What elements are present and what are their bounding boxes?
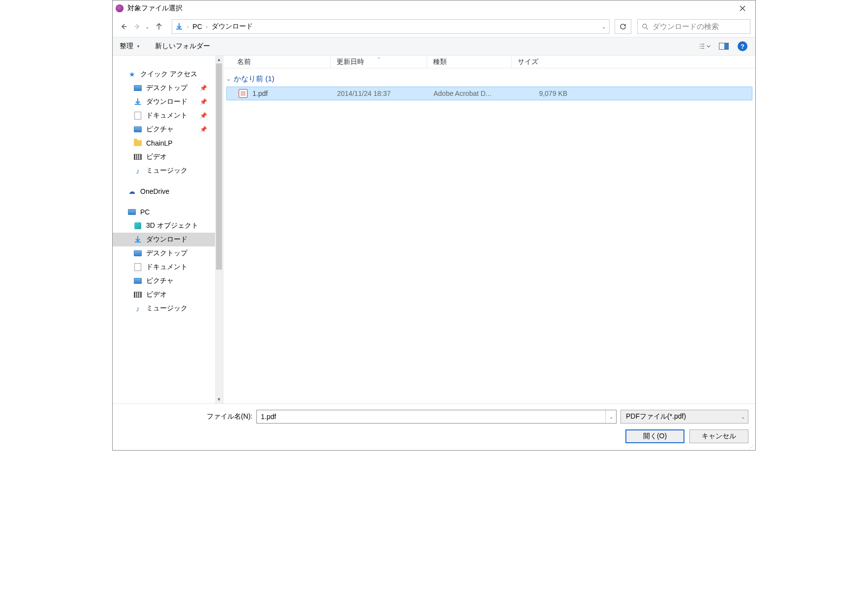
preview-pane-button[interactable] [718, 40, 730, 52]
arrow-right-icon [134, 23, 141, 30]
sidebar-item-downloads[interactable]: ダウンロード📌 [113, 95, 215, 109]
file-type-filter-label: PDFファイル(*.pdf) [626, 412, 686, 421]
downloads-folder-icon [173, 21, 185, 32]
sidebar-item-pictures[interactable]: ピクチャ📌 [113, 122, 215, 136]
navigation-tree: ★ クイック アクセス デスクトップ📌 ダウンロード📌 ドキュメント📌 ピクチャ… [113, 56, 215, 403]
chevron-down-icon: ⌄ [226, 76, 231, 82]
window-title: 対象ファイル選択 [127, 4, 733, 13]
file-date: 2014/11/24 18:37 [331, 90, 428, 97]
file-kind: Adobe Acrobat D... [428, 90, 512, 97]
video-icon [134, 154, 142, 160]
sidebar-item-documents[interactable]: ドキュメント📌 [113, 109, 215, 122]
scroll-up-arrow[interactable]: ▲ [215, 56, 223, 63]
view-options-icon [699, 42, 711, 50]
pin-icon: 📌 [200, 112, 211, 119]
column-headers: 名前 ⌄更新日時 種類 サイズ [223, 56, 755, 68]
group-header[interactable]: ⌄ かなり前 (1) [223, 72, 755, 87]
forward-button [131, 21, 143, 32]
sidebar-scrollbar[interactable]: ▲ ▼ [215, 56, 223, 403]
open-button[interactable]: 開く(O) [625, 429, 684, 443]
breadcrumb-pc[interactable]: PC [189, 20, 205, 33]
chevron-down-icon: ⌄ [741, 414, 745, 420]
sidebar-item-3d-objects[interactable]: 3D オブジェクト [113, 219, 215, 233]
resize-grip[interactable]: ⋰ [748, 446, 754, 449]
caret-down-icon: ▼ [136, 44, 140, 49]
download-icon [133, 235, 142, 244]
svg-rect-2 [724, 43, 729, 49]
sidebar-item-chainlp[interactable]: ChainLP [113, 136, 215, 150]
title-bar: 対象ファイル選択 [113, 0, 755, 16]
sidebar-item-music-pc[interactable]: ♪ミュージック [113, 302, 215, 315]
column-date[interactable]: ⌄更新日時 [331, 56, 427, 68]
sidebar-item-documents-pc[interactable]: ドキュメント [113, 260, 215, 274]
up-button[interactable] [153, 21, 165, 32]
music-icon: ♪ [133, 166, 142, 175]
column-size[interactable]: サイズ [512, 56, 575, 68]
sidebar-item-pictures-pc[interactable]: ピクチャ [113, 274, 215, 288]
sidebar-item-downloads-pc[interactable]: ダウンロード [113, 233, 215, 246]
sidebar-item-music[interactable]: ♪ミュージック [113, 164, 215, 178]
search-box[interactable]: ダウンロードの検索 [637, 19, 750, 34]
pin-icon: 📌 [200, 98, 211, 105]
svg-point-0 [643, 24, 647, 28]
quick-access-node[interactable]: ★ クイック アクセス [113, 67, 215, 81]
address-bar[interactable]: › PC › ダウンロード ⌄ [172, 19, 610, 34]
download-icon [133, 97, 142, 106]
scroll-thumb[interactable] [216, 63, 222, 270]
folder-icon [134, 140, 142, 146]
address-dropdown[interactable]: ⌄ [597, 20, 609, 33]
chevron-right-icon[interactable]: › [186, 24, 189, 30]
pc-icon [128, 209, 136, 215]
refresh-button[interactable] [615, 19, 631, 34]
column-name[interactable]: 名前 [223, 56, 331, 68]
file-list: ⌄ かなり前 (1) 1.pdf 2014/11/24 18:37 Adobe … [223, 68, 755, 403]
organize-menu[interactable]: 整理 ▼ [120, 42, 140, 51]
filename-dropdown[interactable]: ⌄ [605, 410, 616, 423]
arrow-left-icon [120, 23, 127, 30]
arrow-up-icon [155, 23, 162, 30]
sort-indicator-icon: ⌄ [377, 55, 381, 60]
file-open-dialog: 対象ファイル選択 ⌄ › PC › ダウンロード ⌄ [112, 0, 756, 451]
search-placeholder: ダウンロードの検索 [652, 22, 719, 31]
sidebar-item-videos[interactable]: ビデオ [113, 150, 215, 164]
filename-input[interactable] [257, 413, 605, 421]
refresh-icon [620, 23, 626, 30]
picture-icon [134, 126, 142, 132]
file-type-filter[interactable]: PDFファイル(*.pdf) ⌄ [620, 410, 748, 424]
close-button[interactable] [733, 0, 752, 16]
group-header-label: かなり前 (1) [234, 74, 275, 84]
music-icon: ♪ [133, 304, 142, 313]
sidebar-item-videos-pc[interactable]: ビデオ [113, 288, 215, 302]
new-folder-label: 新しいフォルダー [155, 42, 210, 51]
cancel-button[interactable]: キャンセル [689, 429, 748, 443]
document-icon [134, 112, 141, 120]
sidebar-item-desktop[interactable]: デスクトップ📌 [113, 81, 215, 95]
bottom-panel: ファイル名(N): ⌄ PDFファイル(*.pdf) ⌄ 開く(O) キャンセル… [113, 403, 755, 450]
sidebar-item-desktop-pc[interactable]: デスクトップ [113, 246, 215, 260]
help-button[interactable]: ? [737, 40, 748, 52]
desktop-icon [134, 85, 142, 91]
search-icon [642, 23, 649, 30]
desktop-icon [134, 250, 142, 256]
filename-combobox[interactable]: ⌄ [256, 410, 617, 424]
pdf-file-icon [239, 89, 248, 98]
video-icon [134, 292, 142, 298]
file-list-pane: 名前 ⌄更新日時 種類 サイズ ⌄ かなり前 (1) 1.pdf 2014/11… [223, 56, 755, 403]
recent-locations-button[interactable]: ⌄ [145, 24, 151, 30]
chevron-right-icon[interactable]: › [205, 24, 209, 30]
new-folder-button[interactable]: 新しいフォルダー [155, 42, 210, 51]
document-icon [134, 263, 141, 271]
column-kind[interactable]: 種類 [427, 56, 512, 68]
main-area: ★ クイック アクセス デスクトップ📌 ダウンロード📌 ドキュメント📌 ピクチャ… [113, 56, 755, 403]
breadcrumb-downloads[interactable]: ダウンロード [209, 20, 256, 33]
file-name: 1.pdf [252, 90, 268, 97]
scroll-down-arrow[interactable]: ▼ [215, 395, 223, 403]
onedrive-node[interactable]: ☁OneDrive [113, 184, 215, 198]
pc-node[interactable]: PC [113, 205, 215, 219]
pin-icon: 📌 [200, 85, 211, 91]
help-icon: ? [738, 41, 747, 51]
back-button[interactable] [118, 21, 129, 32]
file-row[interactable]: 1.pdf 2014/11/24 18:37 Adobe Acrobat D..… [226, 87, 752, 100]
view-options-button[interactable] [699, 40, 711, 52]
quick-access-label: クイック アクセス [140, 70, 197, 79]
